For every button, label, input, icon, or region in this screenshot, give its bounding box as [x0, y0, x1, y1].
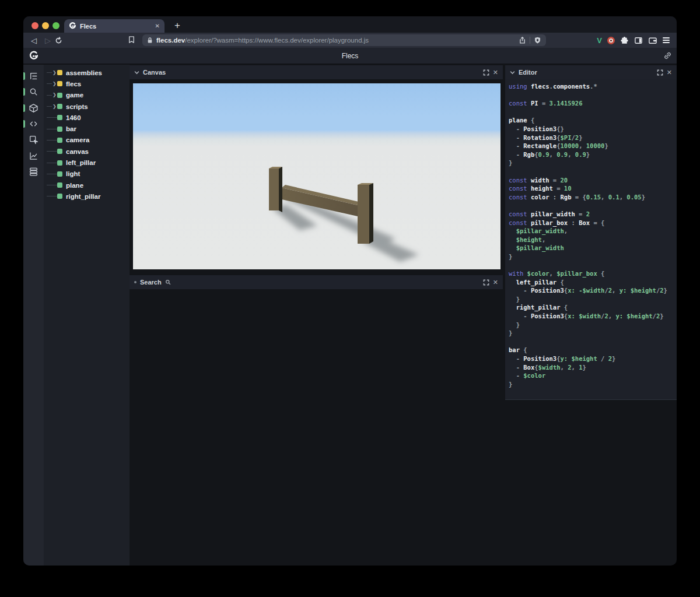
tree-item-label: canvas	[66, 148, 89, 155]
sidebar-toggle-icon[interactable]	[634, 36, 643, 45]
tree-item-bar[interactable]: bar	[44, 123, 130, 134]
canvas-panel-title: Canvas	[143, 69, 166, 76]
collapse-chevron-icon[interactable]	[510, 70, 515, 75]
bookmark-icon[interactable]	[127, 35, 136, 44]
entity-color-swatch	[57, 160, 62, 166]
close-panel-icon[interactable]: ✕	[667, 69, 672, 76]
code-line: const color : Rgb = {0.15, 0.1, 0.05}	[509, 193, 677, 202]
code-icon[interactable]	[29, 119, 38, 129]
inspector-icon[interactable]	[29, 135, 38, 145]
chevron-right-icon[interactable]: ❯	[52, 82, 57, 86]
code-line: - Rotation3{$PI/2}	[509, 134, 677, 142]
tab-title: Flecs	[80, 23, 152, 30]
recorder-extension-icon[interactable]	[607, 37, 615, 44]
code-line: }	[509, 380, 677, 389]
url-path: /explorer/?wasm=https://www.flecs.dev/ex…	[185, 37, 369, 44]
tree-connector	[47, 95, 52, 96]
collapse-chevron-icon[interactable]	[134, 70, 139, 75]
close-panel-icon[interactable]: ✕	[493, 69, 498, 76]
share-icon[interactable]	[519, 36, 526, 44]
tab-close-icon[interactable]: ✕	[155, 23, 160, 29]
extensions-puzzle-icon[interactable]	[620, 36, 629, 45]
code-line	[509, 201, 677, 210]
entity-color-swatch	[57, 149, 62, 154]
search-glyph-icon	[165, 279, 171, 285]
editor-panel-header: Editor ✕	[505, 65, 677, 79]
tree-connector	[47, 83, 52, 84]
tree-item-label: flecs	[66, 80, 81, 87]
entity-tree-panel: ❯assemblies❯flecs❯game❯scripts1460barcam…	[44, 65, 130, 566]
expand-icon[interactable]	[483, 69, 489, 76]
vue-devtools-icon[interactable]: V	[597, 36, 602, 45]
window-zoom-button[interactable]	[52, 22, 60, 29]
chevron-right-icon[interactable]: ❯	[52, 104, 57, 109]
brave-shield-icon[interactable]	[534, 36, 541, 44]
editor-panel-title: Editor	[519, 69, 537, 76]
chevron-right-icon[interactable]: ❯	[52, 71, 57, 75]
entity-color-swatch	[57, 93, 62, 98]
wallet-icon[interactable]	[648, 36, 657, 45]
code-line: const pillar_width = 2	[509, 210, 677, 219]
stats-chart-icon[interactable]	[29, 151, 38, 161]
menu-icon[interactable]	[663, 37, 672, 43]
tool-sidebar	[23, 65, 44, 566]
code-line: - $color	[509, 371, 677, 380]
tree-connector	[52, 129, 57, 129]
window-minimize-button[interactable]	[42, 22, 49, 29]
flecs-logo-icon	[29, 51, 39, 61]
entity-color-swatch	[57, 127, 62, 132]
canvas-3d-viewport[interactable]	[133, 83, 501, 269]
tree-item-light[interactable]: light	[44, 168, 130, 180]
code-line: const height = 10	[509, 184, 677, 193]
close-panel-icon[interactable]: ✕	[493, 279, 498, 286]
tree-connector	[52, 163, 57, 163]
tree-item-scripts[interactable]: ❯scripts	[44, 101, 130, 112]
chevron-right-icon[interactable]: ❯	[52, 93, 57, 97]
tree-item-label: camera	[66, 136, 89, 143]
reload-icon[interactable]	[55, 37, 69, 44]
entities-cube-icon[interactable]	[29, 103, 38, 113]
tree-connector	[52, 140, 57, 141]
tree-connector	[47, 174, 52, 174]
tree-item-left_pillar[interactable]: left_pillar	[44, 157, 130, 168]
back-icon[interactable]: ◁	[27, 36, 41, 45]
code-line: const pillar_box : Box = {	[509, 219, 677, 227]
tree-item-flecs[interactable]: ❯flecs	[44, 78, 130, 89]
forward-icon[interactable]: ▷	[41, 36, 55, 45]
editor-panel: Editor ✕ using flecs.components.* const …	[505, 65, 677, 400]
lock-icon	[147, 37, 153, 44]
expand-icon[interactable]	[483, 279, 489, 286]
code-editor[interactable]: using flecs.components.* const PI = 3.14…	[505, 79, 677, 399]
expand-icon[interactable]	[657, 69, 663, 76]
collapsed-dot-icon[interactable]	[134, 281, 136, 283]
new-tab-button[interactable]: +	[170, 19, 184, 33]
share-link-icon[interactable]	[663, 51, 672, 60]
tree-item-label: assemblies	[66, 69, 102, 76]
code-line: - Position3{x: -$width/2, y: $height/2}	[509, 286, 677, 295]
tree-item-game[interactable]: ❯game	[44, 90, 130, 101]
tree-view-icon[interactable]	[29, 71, 38, 81]
tree-item-assemblies[interactable]: ❯assemblies	[44, 67, 130, 78]
search-icon[interactable]	[29, 87, 38, 97]
browser-tab[interactable]: Flecs ✕	[64, 19, 164, 33]
queries-list-icon[interactable]	[29, 167, 38, 177]
tree-item-1460[interactable]: 1460	[44, 112, 130, 123]
active-indicator	[23, 120, 25, 128]
tree-item-camera[interactable]: camera	[44, 135, 130, 146]
window-close-button[interactable]	[32, 22, 38, 29]
tree-connector	[52, 174, 57, 174]
active-indicator	[23, 88, 25, 96]
tree-item-canvas[interactable]: canvas	[44, 146, 130, 157]
entity-color-swatch	[57, 171, 62, 177]
tree-item-label: 1460	[66, 114, 81, 121]
tree-connector	[47, 72, 52, 73]
tree-item-plane[interactable]: plane	[44, 180, 130, 191]
code-line: - Rgb{0.9, 0.9, 0.9}	[509, 150, 677, 159]
url-bar[interactable]: flecs.dev/explorer/?wasm=https://www.fle…	[142, 34, 546, 46]
tree-item-right_pillar[interactable]: right_pillar	[44, 191, 130, 202]
app-header	[23, 48, 677, 64]
code-line: $pillar_width	[509, 244, 677, 252]
entity-color-swatch	[57, 194, 62, 199]
code-line: bar {	[509, 346, 677, 354]
entity-color-swatch	[57, 81, 62, 86]
